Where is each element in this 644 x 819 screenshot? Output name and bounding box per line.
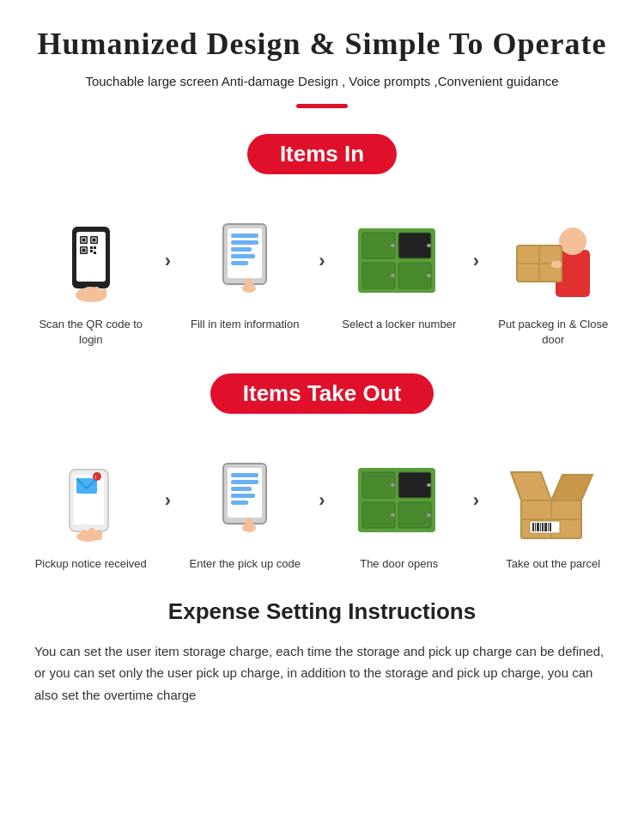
- svg-rect-65: [362, 472, 395, 498]
- svg-rect-13: [94, 246, 96, 249]
- items-take-out-section: Items Take Out: [26, 373, 618, 572]
- items-in-badge-row: Items In: [26, 134, 618, 195]
- locker2-icon: [354, 459, 444, 545]
- svg-rect-53: [88, 528, 95, 540]
- svg-rect-25: [231, 240, 258, 245]
- step-scan-qr-label: Scan the QR code to login: [31, 317, 151, 348]
- arrow-1: ›: [156, 215, 180, 272]
- step-pickup-notice: ! Pickup notice received: [26, 455, 156, 572]
- svg-rect-15: [94, 252, 96, 254]
- svg-rect-70: [391, 513, 395, 517]
- svg-rect-8: [92, 239, 95, 242]
- svg-rect-36: [391, 244, 395, 247]
- arrow-3: ›: [465, 215, 489, 272]
- step-enter-code: Enter the pick up code: [180, 455, 311, 572]
- items-in-badge: Items In: [247, 134, 397, 174]
- arrow-6: ›: [465, 455, 489, 512]
- svg-rect-18: [78, 288, 84, 299]
- svg-rect-72: [427, 513, 431, 517]
- svg-rect-30: [245, 278, 253, 292]
- arrow-4: ›: [156, 455, 180, 512]
- svg-point-41: [559, 228, 586, 255]
- svg-text:!: !: [94, 475, 96, 480]
- expense-section: Expense Setting Instructions You can set…: [26, 598, 618, 707]
- step-take-out-parcel-icon: [497, 455, 609, 549]
- svg-rect-54: [96, 530, 102, 540]
- svg-rect-67: [362, 502, 395, 528]
- svg-rect-68: [398, 502, 431, 528]
- svg-rect-21: [101, 288, 106, 298]
- svg-rect-24: [231, 234, 258, 238]
- svg-marker-76: [511, 472, 551, 500]
- tablet-form-icon: [202, 220, 288, 306]
- svg-rect-45: [551, 261, 562, 268]
- arrow-2: ›: [310, 215, 334, 272]
- svg-rect-79: [532, 523, 534, 531]
- svg-rect-20: [94, 287, 100, 299]
- svg-rect-52: [81, 530, 88, 540]
- step-door-opens: The door opens: [334, 455, 465, 572]
- items-take-out-badge-row: Items Take Out: [26, 373, 618, 434]
- subtitle: Touchable large screen Anti-damage Desig…: [26, 74, 618, 88]
- svg-rect-57: [231, 473, 258, 477]
- step-fill-info-icon: [189, 215, 301, 310]
- step-enter-code-label: Enter the pick up code: [190, 556, 301, 572]
- items-in-steps: Scan the QR code to login ›: [26, 215, 618, 348]
- svg-point-49: [93, 472, 101, 481]
- step-fill-info: Fill in item information: [180, 215, 311, 332]
- expense-text: You can set the user item storage charge…: [34, 640, 610, 707]
- phone-notify-icon: !: [48, 459, 134, 545]
- svg-rect-82: [540, 523, 541, 531]
- step-take-out-parcel: Take out the parcel: [489, 455, 619, 572]
- svg-rect-58: [231, 480, 258, 484]
- svg-rect-39: [427, 274, 431, 277]
- svg-rect-85: [548, 523, 549, 531]
- step-delivery: Put packeg in & Close door: [489, 215, 619, 348]
- svg-rect-34: [362, 263, 395, 288]
- step-fill-info-label: Fill in item information: [191, 317, 299, 332]
- step-scan-qr-icon: [35, 215, 147, 310]
- svg-rect-61: [231, 500, 248, 505]
- main-title: Humanized Design & Simple To Operate: [26, 26, 618, 62]
- items-in-section: Items In: [26, 134, 618, 348]
- svg-rect-60: [231, 494, 255, 498]
- page-container: Humanized Design & Simple To Operate Tou…: [0, 0, 644, 740]
- step-take-out-parcel-label: Take out the parcel: [506, 556, 600, 572]
- svg-rect-84: [544, 523, 547, 531]
- step-locker-icon: [343, 215, 455, 310]
- svg-rect-83: [542, 523, 544, 531]
- locker-icon: [354, 220, 444, 306]
- svg-rect-80: [535, 523, 536, 531]
- svg-rect-26: [231, 247, 252, 252]
- step-door-opens-icon: [343, 455, 455, 549]
- phone-qr-icon: [48, 220, 134, 306]
- svg-rect-38: [427, 244, 431, 247]
- svg-rect-37: [391, 274, 395, 277]
- tablet-form2-icon: [202, 459, 288, 545]
- step-scan-qr: Scan the QR code to login: [26, 215, 156, 348]
- svg-rect-12: [90, 246, 93, 249]
- step-pickup-notice-icon: !: [35, 455, 147, 549]
- step-delivery-label: Put packeg in & Close door: [493, 317, 613, 348]
- svg-rect-59: [231, 487, 252, 491]
- svg-rect-33: [398, 233, 431, 258]
- step-locker-label: Select a locker number: [342, 317, 456, 332]
- items-take-out-steps: ! Pickup notice received ›: [26, 455, 618, 572]
- svg-rect-69: [391, 483, 395, 487]
- svg-rect-35: [398, 263, 431, 288]
- svg-rect-11: [82, 249, 85, 252]
- delivery-icon: [508, 220, 598, 306]
- svg-rect-66: [398, 472, 431, 498]
- step-locker: Select a locker number: [334, 215, 465, 332]
- step-enter-code-icon: [189, 455, 301, 549]
- svg-rect-19: [86, 287, 92, 299]
- svg-rect-14: [90, 250, 93, 252]
- items-take-out-badge: Items Take Out: [210, 373, 434, 414]
- svg-rect-32: [362, 233, 395, 258]
- step-delivery-icon: [497, 215, 609, 310]
- svg-rect-28: [231, 261, 248, 265]
- svg-rect-81: [537, 523, 539, 531]
- step-pickup-notice-label: Pickup notice received: [35, 556, 147, 572]
- svg-rect-71: [427, 483, 431, 487]
- svg-rect-27: [231, 254, 255, 258]
